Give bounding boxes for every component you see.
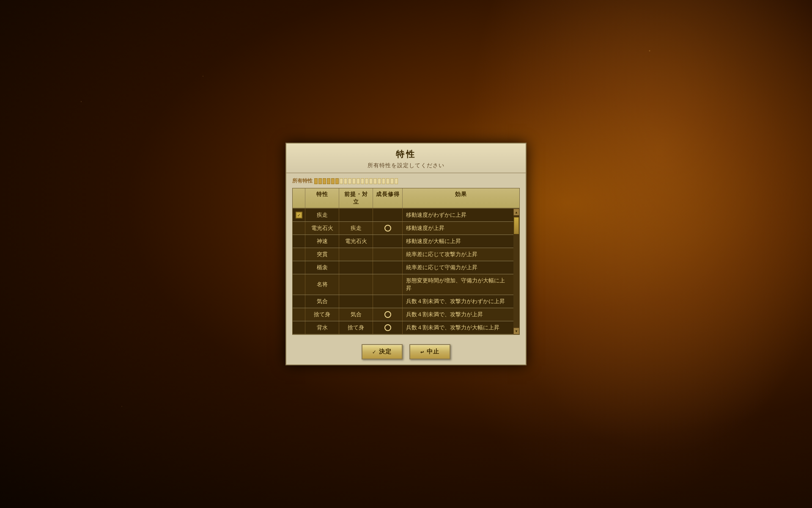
row5-effect: 統率差に応じて守備力が上昇: [403, 261, 513, 274]
row8-name: 捨て身: [305, 308, 339, 321]
bar-seg-20: [395, 178, 398, 184]
scrollbar-thumb-area[interactable]: [513, 215, 519, 328]
bar-seg-14: [369, 178, 373, 184]
modal-dialog: 特性 所有特性を設定してください 所有特性: [285, 143, 527, 365]
table-row[interactable]: 楯衾 統率差に応じて守備力が上昇: [293, 261, 513, 274]
row6-growth: [373, 274, 403, 295]
bar-seg-19: [390, 178, 394, 184]
header-growth: 成長修得: [373, 188, 403, 208]
row3-name: 神速: [305, 235, 339, 248]
bar-seg-12: [361, 178, 364, 184]
circle-icon: [384, 324, 391, 331]
bar-seg-1: [314, 178, 318, 184]
table-row[interactable]: 背水 捨て身 兵数４割未満で、攻撃力が大幅に上昇: [293, 321, 513, 334]
modal-title: 特性: [293, 149, 519, 160]
property-bar-row: 所有特性: [292, 177, 520, 185]
bar-seg-18: [386, 178, 390, 184]
row3-growth: [373, 235, 403, 248]
property-bar: [314, 178, 398, 184]
row6-effect: 形態変更時間が増加、守備力が大幅に上昇: [403, 274, 513, 295]
modal-footer: ✓ 決定 ↩ 中止: [286, 339, 526, 364]
row2-check[interactable]: [293, 222, 305, 235]
table-row[interactable]: 電光石火 疾走 移動速度が上昇: [293, 222, 513, 235]
header-prereq: 前提・対立: [339, 188, 373, 208]
header-trait: 特性: [305, 188, 339, 208]
cancel-button[interactable]: ↩ 中止: [409, 344, 450, 359]
bar-seg-17: [382, 178, 385, 184]
bar-seg-2: [318, 178, 322, 184]
cancel-icon: ↩: [420, 348, 424, 355]
row1-prereq: [339, 209, 373, 221]
bar-seg-5: [331, 178, 335, 184]
table-row[interactable]: 捨て身 気合 兵数４割未満で、攻撃力が上昇: [293, 308, 513, 321]
row4-name: 突貫: [305, 248, 339, 261]
scrollbar-down-button[interactable]: ▼: [513, 328, 519, 334]
bar-seg-15: [373, 178, 377, 184]
row3-effect: 移動速度が大幅に上昇: [403, 235, 513, 248]
circle-icon: [384, 311, 391, 318]
header-check: [293, 188, 305, 208]
bar-seg-9: [348, 178, 351, 184]
row2-name: 電光石火: [305, 222, 339, 235]
table-row[interactable]: 神速 電光石火 移動速度が大幅に上昇: [293, 235, 513, 248]
row7-name: 気合: [305, 295, 339, 308]
row8-growth: [373, 308, 403, 321]
modal-overlay: 特性 所有特性を設定してください 所有特性: [0, 0, 812, 508]
scrollbar-thumb[interactable]: [514, 217, 519, 234]
row2-growth: [373, 222, 403, 235]
row5-prereq: [339, 261, 373, 274]
traits-table: 特性 前提・対立 成長修得 効果 ✓ 疾走: [292, 188, 520, 335]
modal-header: 特性 所有特性を設定してください: [286, 144, 526, 173]
row3-check[interactable]: [293, 235, 305, 248]
row8-effect: 兵数４割未満で、攻撃力が上昇: [403, 308, 513, 321]
confirm-label: 決定: [379, 348, 392, 356]
row4-check[interactable]: [293, 248, 305, 261]
row6-check[interactable]: [293, 274, 305, 295]
property-bar-label: 所有特性: [292, 177, 313, 185]
modal-subtitle: 所有特性を設定してください: [293, 162, 519, 169]
bar-seg-8: [344, 178, 347, 184]
row9-name: 背水: [305, 321, 339, 334]
bar-seg-4: [327, 178, 330, 184]
bar-seg-11: [357, 178, 360, 184]
row7-effect: 兵数４割未満で、攻撃力がわずかに上昇: [403, 295, 513, 308]
row3-prereq: 電光石火: [339, 235, 373, 248]
row9-effect: 兵数４割未満で、攻撃力が大幅に上昇: [403, 321, 513, 334]
bar-seg-7: [340, 178, 343, 184]
row9-growth: [373, 321, 403, 334]
table-row[interactable]: ✓ 疾走 移動速度がわずかに上昇: [293, 209, 513, 222]
row9-prereq: 捨て身: [339, 321, 373, 334]
row9-check[interactable]: [293, 321, 305, 334]
row1-check[interactable]: ✓: [293, 209, 305, 221]
table-row[interactable]: 名将 形態変更時間が増加、守備力が大幅に上昇: [293, 274, 513, 295]
row1-name: 疾走: [305, 209, 339, 221]
row1-growth: [373, 209, 403, 221]
bar-seg-13: [365, 178, 368, 184]
header-effect: 効果: [403, 188, 519, 208]
row6-name: 名将: [305, 274, 339, 295]
bar-seg-10: [352, 178, 356, 184]
row4-prereq: [339, 248, 373, 261]
row5-name: 楯衾: [305, 261, 339, 274]
scrollbar[interactable]: ▲ ▼: [513, 209, 519, 334]
table-header: 特性 前提・対立 成長修得 効果: [293, 188, 519, 209]
row7-growth: [373, 295, 403, 308]
row2-effect: 移動速度が上昇: [403, 222, 513, 235]
row7-check[interactable]: [293, 295, 305, 308]
row5-check[interactable]: [293, 261, 305, 274]
confirm-button[interactable]: ✓ 決定: [362, 344, 403, 359]
row8-check[interactable]: [293, 308, 305, 321]
row4-effect: 統率差に応じて攻撃力が上昇: [403, 248, 513, 261]
circle-icon: [384, 225, 391, 232]
row1-effect: 移動速度がわずかに上昇: [403, 209, 513, 221]
row5-growth: [373, 261, 403, 274]
row2-prereq: 疾走: [339, 222, 373, 235]
table-body-wrapper: ✓ 疾走 移動速度がわずかに上昇 電光石火 疾走: [293, 209, 519, 334]
row4-growth: [373, 248, 403, 261]
bar-seg-3: [323, 178, 326, 184]
row7-prereq: [339, 295, 373, 308]
scrollbar-up-button[interactable]: ▲: [513, 209, 519, 215]
table-row[interactable]: 突貫 統率差に応じて攻撃力が上昇: [293, 248, 513, 261]
row6-prereq: [339, 274, 373, 295]
table-row[interactable]: 気合 兵数４割未満で、攻撃力がわずかに上昇: [293, 295, 513, 308]
